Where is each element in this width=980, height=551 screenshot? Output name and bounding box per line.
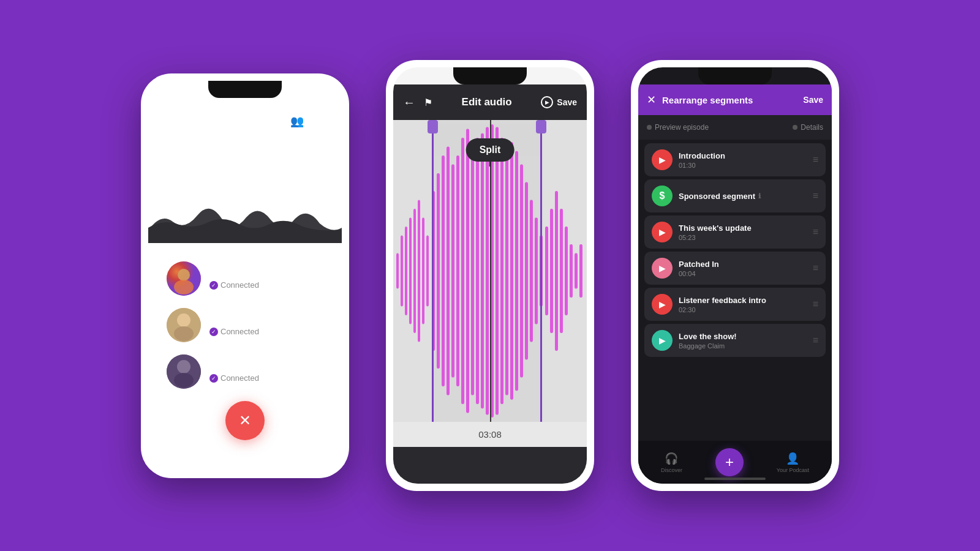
participants-list: Stuart Mortensen Connected — [148, 249, 342, 401]
status-dot-jerry — [209, 328, 218, 336]
flag-icon[interactable]: ⚑ — [424, 97, 432, 108]
status-dot-stuart — [209, 281, 218, 290]
participant-info-stuart: Stuart Mortensen Connected — [209, 267, 295, 290]
svg-rect-15 — [413, 209, 416, 333]
episode-nav: Preview episode Details — [638, 115, 832, 140]
end-call-button[interactable]: ✕ — [225, 401, 265, 440]
drag-handle-introduction[interactable]: ≡ — [813, 154, 818, 165]
rearrange-save-button[interactable]: Save — [803, 95, 823, 105]
svg-rect-21 — [442, 156, 445, 386]
rearrange-screen: ✕ Rearrange segments Save Preview episod… — [638, 67, 832, 484]
waveform-container[interactable]: Split — [393, 120, 587, 422]
svg-rect-17 — [422, 218, 424, 324]
status-dot-lissy — [209, 374, 218, 383]
play-button-patched[interactable]: ▶ — [652, 258, 673, 279]
svg-rect-44 — [555, 191, 558, 351]
end-call-icon: ✕ — [239, 412, 251, 429]
split-tooltip: Split — [466, 138, 514, 162]
svg-rect-13 — [405, 227, 407, 315]
edit-audio-title: Edit audio — [462, 96, 512, 108]
play-button-update[interactable]: ▶ — [652, 222, 673, 242]
svg-rect-29 — [481, 133, 484, 409]
svg-rect-40 — [535, 218, 538, 324]
svg-rect-27 — [471, 147, 474, 395]
svg-rect-37 — [520, 165, 523, 378]
svg-rect-47 — [570, 244, 573, 298]
save-circle-icon: ▶ — [541, 96, 553, 108]
drag-handle-love[interactable]: ≡ — [813, 335, 818, 346]
svg-rect-25 — [461, 138, 464, 404]
drag-handle-feedback[interactable]: ≡ — [813, 299, 818, 310]
play-button-introduction[interactable]: ▶ — [652, 149, 673, 170]
drag-handle-update[interactable]: ≡ — [813, 227, 818, 238]
segment-subtitle-love: Baggage Claim — [679, 342, 807, 350]
back-button[interactable]: ← — [403, 96, 415, 110]
segment-feedback-intro[interactable]: ▶ Listener feedback intro 02:30 ≡ — [644, 288, 826, 321]
segment-name-introduction: Introduction — [679, 151, 807, 160]
svg-rect-22 — [447, 147, 450, 395]
svg-rect-39 — [530, 200, 533, 342]
participant-status-jerry: Connected — [209, 327, 262, 336]
segment-love-the-show[interactable]: ▶ Love the show! Baggage Claim ≡ — [644, 324, 826, 357]
segment-name-love: Love the show! — [679, 332, 807, 341]
svg-rect-46 — [565, 227, 568, 315]
trim-handle-right[interactable] — [540, 120, 542, 422]
svg-point-5 — [174, 326, 194, 341]
participant-info-jerry: Jerry Gray Connected — [209, 313, 262, 336]
fab-add-button[interactable]: + — [715, 448, 744, 476]
play-button-sponsored[interactable]: $ — [652, 186, 673, 206]
svg-rect-36 — [515, 151, 518, 391]
avatar-lissy — [167, 354, 201, 389]
save-button-edit[interactable]: ▶ Save — [541, 96, 577, 108]
drag-handle-patched[interactable]: ≡ — [813, 263, 818, 274]
participant-name-jerry: Jerry Gray — [209, 313, 262, 326]
tab-your-podcast[interactable]: 👤 Your Podcast — [777, 452, 809, 473]
details-dot-icon — [793, 125, 797, 130]
tab-discover[interactable]: 🎧 Discover — [661, 452, 682, 473]
details-tab[interactable]: Details — [793, 123, 823, 132]
segment-sponsored[interactable]: $ Sponsored segment ℹ ≡ — [644, 179, 826, 212]
segment-name-update: This week's update — [679, 223, 807, 233]
svg-rect-45 — [560, 209, 563, 333]
svg-rect-11 — [396, 253, 399, 289]
svg-rect-28 — [476, 138, 479, 404]
your-podcast-icon: 👤 — [786, 452, 799, 465]
play-button-love[interactable]: ▶ — [652, 330, 673, 351]
segments-list: ▶ Introduction 01:30 ≡ $ Sponsored segme… — [638, 140, 832, 441]
svg-rect-24 — [456, 156, 459, 386]
edit-header-left: ← ⚑ — [403, 96, 432, 110]
svg-rect-16 — [418, 200, 420, 342]
edit-audio-header: ← ⚑ Edit audio ▶ Save — [393, 84, 587, 120]
participant-name-lissy: Lissy Thompson — [209, 360, 292, 372]
segment-introduction[interactable]: ▶ Introduction 01:30 ≡ — [644, 143, 826, 176]
trim-handle-left[interactable] — [432, 120, 434, 422]
preview-dot-icon — [647, 125, 652, 130]
segment-patched-in[interactable]: ▶ Patched In 00:04 ≡ — [644, 252, 826, 285]
participant-status-lissy: Connected — [209, 373, 292, 383]
time-display: 03:08 — [393, 422, 587, 447]
preview-episode-tab[interactable]: Preview episode — [647, 123, 709, 132]
phone-rearrange: ✕ Rearrange segments Save Preview episod… — [631, 60, 839, 491]
close-button-rearrange[interactable]: ✕ — [647, 93, 656, 107]
avatar-stuart — [167, 261, 201, 296]
segment-this-weeks-update[interactable]: ▶ This week's update 05:23 ≡ — [644, 216, 826, 249]
add-icon: + — [725, 454, 734, 471]
participant-status-stuart: Connected — [209, 280, 295, 290]
segment-duration-update: 05:23 — [679, 234, 807, 241]
participant-item: Jerry Gray Connected — [167, 308, 323, 342]
svg-point-1 — [178, 269, 190, 281]
recording-screen: 3 people are recording 👥 5:02 — [148, 81, 342, 471]
drag-handle-sponsored[interactable]: ≡ — [813, 190, 818, 201]
segment-info-introduction: Introduction 01:30 — [679, 151, 807, 169]
discover-icon: 🎧 — [665, 452, 678, 465]
play-button-feedback[interactable]: ▶ — [652, 294, 673, 315]
home-indicator — [704, 478, 766, 480]
recording-waveform — [148, 194, 342, 243]
svg-rect-33 — [500, 138, 503, 404]
notch-3 — [698, 67, 772, 84]
svg-rect-34 — [505, 147, 508, 395]
svg-rect-30 — [486, 127, 489, 415]
participant-info-lissy: Lissy Thompson Connected — [209, 360, 292, 383]
svg-point-8 — [174, 373, 194, 388]
edit-audio-screen: ← ⚑ Edit audio ▶ Save Split — [393, 67, 587, 484]
